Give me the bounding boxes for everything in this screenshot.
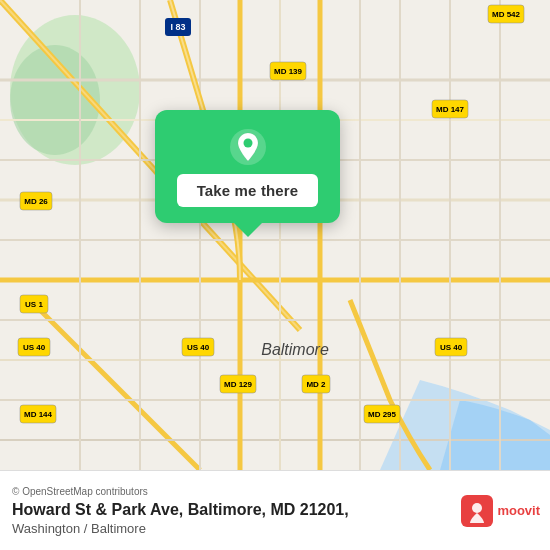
svg-text:Baltimore: Baltimore <box>261 341 329 358</box>
map-area: I 83 MD 542 MD 139 MD 147 MD 26 US 1 US … <box>0 0 550 470</box>
address-line: Howard St & Park Ave, Baltimore, MD 2120… <box>12 501 538 519</box>
svg-text:US 40: US 40 <box>23 343 46 352</box>
moovit-icon <box>461 495 493 527</box>
map-svg: I 83 MD 542 MD 139 MD 147 MD 26 US 1 US … <box>0 0 550 470</box>
svg-text:MD 2: MD 2 <box>306 380 326 389</box>
svg-text:MD 542: MD 542 <box>492 10 521 19</box>
location-pin-icon <box>229 128 267 166</box>
svg-text:MD 26: MD 26 <box>24 197 48 206</box>
svg-text:MD 129: MD 129 <box>224 380 253 389</box>
footer: © OpenStreetMap contributors Howard St &… <box>0 470 550 550</box>
map-popup: Take me there <box>155 110 340 223</box>
app-container: I 83 MD 542 MD 139 MD 147 MD 26 US 1 US … <box>0 0 550 550</box>
svg-text:MD 295: MD 295 <box>368 410 397 419</box>
copyright-text: © OpenStreetMap contributors <box>12 486 538 497</box>
svg-point-54 <box>243 139 252 148</box>
svg-text:US 40: US 40 <box>187 343 210 352</box>
svg-text:I 83: I 83 <box>170 22 185 32</box>
svg-text:US 1: US 1 <box>25 300 43 309</box>
take-me-there-button[interactable]: Take me there <box>177 174 319 207</box>
svg-text:MD 147: MD 147 <box>436 105 465 114</box>
city-line: Washington / Baltimore <box>12 521 538 536</box>
moovit-text: moovit <box>497 503 540 518</box>
svg-point-56 <box>472 503 482 513</box>
svg-text:US 40: US 40 <box>440 343 463 352</box>
svg-text:MD 144: MD 144 <box>24 410 53 419</box>
moovit-logo: moovit <box>461 495 540 527</box>
svg-text:MD 139: MD 139 <box>274 67 303 76</box>
